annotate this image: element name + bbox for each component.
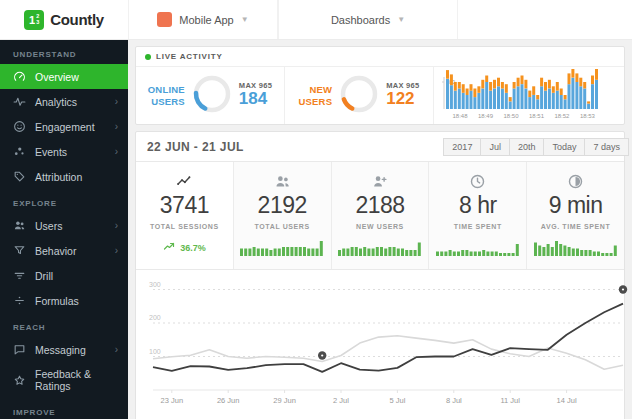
chevron-right-icon: › [115,221,118,231]
svg-text:14 Jul: 14 Jul [557,396,577,405]
gauge-online-users: ONLINEUSERS MAX 965 184 [136,67,285,124]
sidebar-item-events[interactable]: Events› [0,139,128,164]
sidebar-section-explore: EXPLORE [0,189,128,213]
countly-logo-icon: 123 [24,10,44,30]
dashboards-label: Dashboards [331,14,390,26]
sidebar-item-label: Users [35,220,62,232]
svg-text:11 Jul: 11 Jul [500,396,520,405]
countly-logo[interactable]: 123 Countly [0,0,128,39]
date-bar: 22 JUN - 21 JUL 2017Jul20thToday7 days [136,132,624,162]
chevron-down-icon: ▼ [397,15,405,24]
svg-text:18:48: 18:48 [452,113,468,119]
chevron-right-icon: › [115,345,118,355]
app-title: Countly [50,11,104,28]
sidebar-item-label: Attribution [35,171,82,183]
stat-value: 3741 [160,192,209,219]
stat-label: TOTAL USERS [255,223,310,230]
svg-text:18:52: 18:52 [554,113,570,119]
pulse-icon [13,95,26,108]
sidebar-item-label: Events [35,146,67,158]
sidebar-item-formulas[interactable]: Formulas [0,288,128,313]
chevron-right-icon: › [115,246,118,256]
sidebar-item-analytics[interactable]: Analytics› [0,89,128,114]
chevron-right-icon: › [115,122,118,132]
sidebar-item-drill[interactable]: Drill [0,263,128,288]
svg-text:18:53: 18:53 [580,113,596,119]
stat-value: 8 hr [459,192,497,219]
sidebar-section-reach: REACH [0,313,128,337]
star-icon [13,374,26,387]
stat-card-new-users[interactable]: 2188NEW USERS [332,162,430,269]
chevron-right-icon: › [115,147,118,157]
gauge-donut-icon [339,74,379,118]
clock-icon [469,173,486,191]
app-selector[interactable]: Mobile App ▼ [128,0,278,39]
sidebar-item-label: Drill [35,270,53,282]
svg-text:29 Jun: 29 Jun [273,396,296,405]
sidebar-item-users[interactable]: Users› [0,213,128,238]
chevron-down-icon: ▼ [241,15,249,24]
main-content: LIVE ACTIVITY ONLINEUSERS MAX 965 184NEW… [128,40,632,419]
user-add-icon [371,173,388,191]
sidebar-item-behavior[interactable]: Behavior› [0,238,128,263]
stat-card-avg-time-spent[interactable]: 9 minAVG. TIME SPENT [527,162,624,269]
date-button-7-days[interactable]: 7 days [584,138,629,156]
stat-trend-value: 36.7% [180,243,206,253]
sidebar-item-label: Engagement [35,121,95,133]
svg-text:18:51: 18:51 [529,113,545,119]
gauge-label: ONLINEUSERS [148,84,185,107]
sidebar-item-attribution[interactable]: Attribution [0,164,128,189]
scatter-dots-icon [13,145,26,158]
svg-text:26 Jun: 26 Jun [217,396,240,405]
stat-sparkline [436,240,520,260]
svg-text:8 Jul: 8 Jul [446,396,462,405]
sidebar-item-label: Feedback & Ratings [35,368,118,392]
gauge-icon [13,70,26,83]
stat-card-time-spent[interactable]: 8 hrTIME SPENT [429,162,527,269]
gauge-value: 122 [386,90,419,109]
svg-text:300: 300 [149,281,161,288]
date-button-today[interactable]: Today [543,138,585,156]
tag-icon [13,170,26,183]
stats-row: 3741TOTAL SESSIONS 36.7%2192TOTAL USERS … [136,162,624,270]
svg-text:18:49: 18:49 [478,113,494,119]
users-icon [13,219,26,232]
date-button-2017[interactable]: 2017 [443,138,481,156]
filter-lines-icon [13,269,26,282]
topbar: 123 Countly Mobile App ▼ Dashboards ▼ [0,0,632,40]
sidebar-item-messaging[interactable]: Messaging› [0,337,128,362]
gauge-label: NEWUSERS [298,84,332,107]
stat-sparkline [534,240,618,260]
date-button-jul[interactable]: Jul [480,138,510,156]
stat-trend: 36.7% [163,241,206,255]
dashboards-selector[interactable]: Dashboards ▼ [278,0,458,39]
stat-label: NEW USERS [356,223,404,230]
live-activity-header: LIVE ACTIVITY [136,47,624,67]
date-range-label: 22 JUN - 21 JUL [147,140,244,154]
live-users-chart: 100 18:4818:4918:5018:5118:5218:53 [434,67,624,124]
chevron-right-icon: › [115,97,118,107]
sidebar-item-overview[interactable]: Overview [0,64,128,89]
sidebar-item-feedback-ratings[interactable]: Feedback & Ratings [0,362,128,398]
live-activity-body: ONLINEUSERS MAX 965 184NEWUSERS MAX 965 … [136,67,624,124]
sidebar-item-label: Formulas [35,295,79,307]
app-color-icon [157,12,172,27]
chat-bubble-icon [13,343,26,356]
stat-label: TOTAL SESSIONS [150,223,219,230]
stat-card-total-sessions[interactable]: 3741TOTAL SESSIONS 36.7% [136,162,234,269]
stat-value: 9 min [549,192,603,219]
stat-card-total-users[interactable]: 2192TOTAL USERS [234,162,332,269]
date-range-buttons: 2017Jul20thToday7 days [444,138,629,156]
sidebar-item-engagement[interactable]: Engagement› [0,114,128,139]
stat-value: 2192 [258,192,307,219]
svg-text:100: 100 [149,348,161,355]
trend-up-icon [163,241,175,255]
sidebar-section-understand: UNDERSTAND [0,40,128,64]
divide-icon [13,294,26,307]
sidebar-item-label: Overview [35,71,79,83]
sidebar-item-label: Messaging [35,344,86,356]
date-button-20th[interactable]: 20th [509,138,545,156]
users-icon [274,173,291,191]
sidebar: UNDERSTANDOverviewAnalytics›Engagement›E… [0,40,128,419]
half-moon-icon [567,173,584,191]
